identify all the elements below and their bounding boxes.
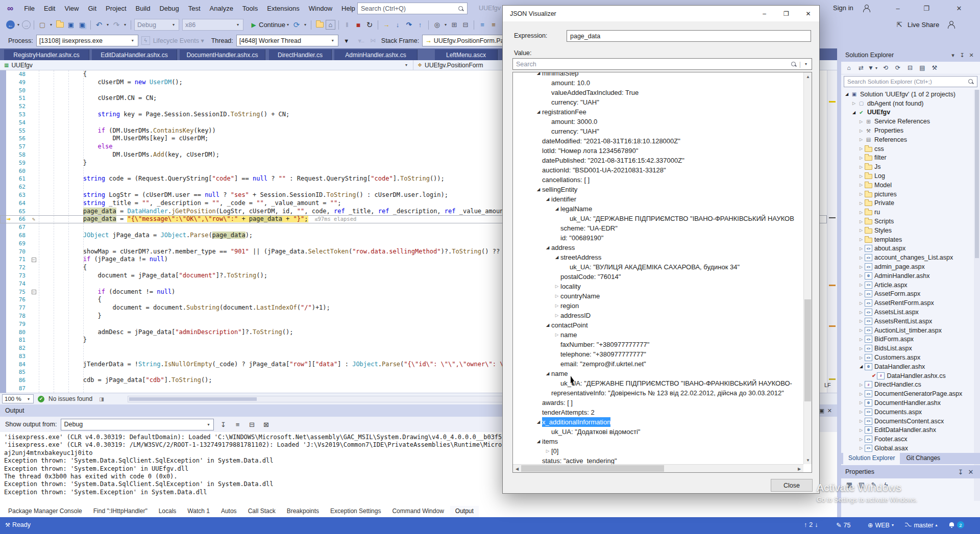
- collapsed-icon[interactable]: ▷: [857, 201, 865, 206]
- solution-tree-item[interactable]: ▷<>about.aspx: [841, 244, 974, 253]
- collapsed-icon[interactable]: ▷: [857, 228, 865, 233]
- collapsed-icon[interactable]: ▷: [857, 283, 865, 287]
- json-tree-node[interactable]: ◢streetAddress: [513, 252, 803, 262]
- json-tree-node[interactable]: representativeInfo: "Довіреність № 123 в…: [513, 388, 803, 398]
- json-tree-node[interactable]: uk_UA: "ВУЛИЦЯ АКАДЕМІКА САХАРОВА, будин…: [513, 262, 803, 272]
- collapsed-icon[interactable]: ▷: [544, 446, 551, 456]
- collapsed-icon[interactable]: ▷: [857, 137, 865, 142]
- save-all-icon[interactable]: ▣: [77, 20, 87, 30]
- live-share-icon[interactable]: ⇱: [894, 19, 904, 30]
- step-over-icon[interactable]: ↷: [404, 20, 414, 30]
- line-number[interactable]: 55: [6, 127, 29, 135]
- navigate-forward-icon[interactable]: →: [22, 20, 31, 29]
- json-tree-node[interactable]: faxNumber: "+380977777777": [513, 340, 803, 349]
- collapsed-icon[interactable]: ▷: [850, 101, 857, 106]
- editor-tab[interactable]: DocumentHandler.ashx.cs: [180, 49, 265, 60]
- collapsed-icon[interactable]: ▷: [857, 319, 865, 323]
- collapsed-icon[interactable]: ▷: [857, 146, 865, 151]
- menu-tools[interactable]: Tools: [238, 1, 262, 16]
- line-number[interactable]: 75: [6, 288, 29, 296]
- issues-label[interactable]: No issues found: [48, 395, 92, 402]
- json-tree-node[interactable]: ▷region: [513, 301, 803, 311]
- collapsed-icon[interactable]: ▷: [857, 183, 865, 187]
- output-source-dropdown[interactable]: Debug▾: [61, 419, 214, 430]
- process-dropdown[interactable]: [13108] iisexpress.exe▾: [36, 35, 138, 46]
- fold-margin[interactable]: –: [29, 288, 39, 296]
- quick-search-input[interactable]: Search (Ctrl+Q): [357, 3, 468, 14]
- line-number[interactable]: 50: [6, 87, 29, 95]
- collapsed-icon[interactable]: ▷: [857, 119, 865, 124]
- json-tree-node[interactable]: ◢name: [513, 369, 803, 378]
- solution-tree-item[interactable]: ▷<>DocumentGeneratorPage.aspx: [841, 389, 974, 398]
- line-number[interactable]: 85: [6, 368, 29, 376]
- close-icon[interactable]: ✕: [967, 50, 976, 60]
- line-number[interactable]: 57: [6, 143, 29, 151]
- restart-dropdown[interactable]: ▾: [303, 22, 308, 27]
- solution-tree-item[interactable]: ▷templates: [841, 235, 974, 244]
- expanded-icon[interactable]: ◢: [553, 204, 560, 214]
- solution-tree-item[interactable]: ◢✔UUEfgv: [841, 108, 974, 117]
- solution-tree-item[interactable]: ▷<>AuctionList_timber.aspx: [841, 326, 974, 335]
- json-tree-node[interactable]: amount: 10.0: [513, 78, 803, 88]
- editor-tab[interactable]: EditDataHandler.ashx.cs: [92, 49, 177, 60]
- solution-tree-item[interactable]: ▷<>BidsList.aspx: [841, 344, 974, 353]
- json-tree-node[interactable]: amount: 3000.0: [513, 117, 803, 126]
- redo-dropdown[interactable]: ▾: [122, 22, 128, 27]
- json-tree-node[interactable]: lotId: "Номер лота 1234567890": [513, 146, 803, 156]
- json-tree-node[interactable]: tenderAttempts: 2: [513, 408, 803, 417]
- expanded-icon[interactable]: ◢: [857, 364, 865, 369]
- solution-tree-item[interactable]: ▷filter: [841, 154, 974, 163]
- collapsed-icon[interactable]: ▷: [857, 346, 865, 351]
- json-tree-node[interactable]: ◢identifier: [513, 194, 803, 204]
- solution-tree-item[interactable]: ▷css: [841, 144, 974, 154]
- json-tree-node[interactable]: datePublished: "2021-08-31T16:15:42.3370…: [513, 156, 803, 165]
- collapsed-icon[interactable]: ▷: [857, 328, 865, 333]
- diff-margin-icon[interactable]: ◨: [96, 394, 107, 404]
- line-number[interactable]: 84: [6, 361, 29, 369]
- solution-configuration-dropdown[interactable]: Debug▾: [134, 19, 179, 31]
- collapsed-icon[interactable]: ▷: [857, 428, 865, 433]
- collapsed-icon[interactable]: ▷: [857, 446, 865, 450]
- collapsed-icon[interactable]: ▷: [857, 129, 865, 133]
- collapsed-icon[interactable]: ▷: [857, 310, 865, 315]
- line-number[interactable]: 51: [6, 94, 29, 103]
- solution-tree-item[interactable]: ◢▣Solution 'UUEfgv' (1 of 2 projects): [841, 90, 974, 99]
- solution-tree-item[interactable]: ▷<>admin_page.aspx: [841, 262, 974, 271]
- feedback-icon[interactable]: [947, 21, 955, 29]
- home-icon[interactable]: ⌂: [326, 20, 335, 30]
- json-tree-node[interactable]: ◢legalName: [513, 204, 803, 214]
- line-number[interactable]: 53: [6, 111, 29, 119]
- json-tree-node[interactable]: uk_UA: "Додаткові відомості": [513, 427, 803, 437]
- line-indent-icon[interactable]: ≡: [477, 20, 487, 30]
- json-tree-node[interactable]: uk_UA: "ДЕРЖАВНЕ ПІДПРИЄМСТВО "ІВАНО-ФРА…: [513, 378, 803, 388]
- json-tree-node[interactable]: currency: "UAH": [513, 126, 803, 136]
- line-number[interactable]: 54: [6, 119, 29, 127]
- collapsed-icon[interactable]: ▷: [857, 219, 865, 224]
- new-project-icon[interactable]: ▢: [37, 20, 47, 30]
- collapsed-icon[interactable]: ▷: [857, 156, 865, 160]
- json-tree-vertical-scrollbar[interactable]: ▲ ▼: [803, 72, 812, 464]
- breakpoints-dropdown[interactable]: ▾: [443, 22, 448, 27]
- line-number[interactable]: 72: [6, 264, 29, 272]
- line-number[interactable]: 78: [6, 312, 29, 320]
- solution-tree-item[interactable]: ▷<>DocumentsContent.ascx: [841, 417, 974, 426]
- pin-icon[interactable]: ↧: [958, 50, 967, 60]
- output-wordwrap-icon[interactable]: ≡: [232, 419, 242, 429]
- json-tree-node[interactable]: currency: "UAH": [513, 97, 803, 107]
- menu-extensions[interactable]: Extensions: [262, 1, 304, 16]
- tool-tab-find-ihttphandler-[interactable]: Find ":IHttpHandler": [88, 506, 153, 517]
- scroll-left-icon[interactable]: ◀: [513, 465, 521, 473]
- expanded-icon[interactable]: ◢: [535, 185, 542, 194]
- close-button[interactable]: Close: [771, 479, 813, 492]
- breadcrumb-project[interactable]: ▦ UUEfgv ▾: [0, 60, 413, 70]
- fold-margin[interactable]: –: [29, 256, 39, 264]
- navigate-back-icon[interactable]: ←: [6, 20, 15, 29]
- collapsed-icon[interactable]: ▷: [857, 256, 865, 260]
- solution-tree-scrollbar[interactable]: [974, 90, 980, 501]
- save-icon[interactable]: ▣: [66, 20, 76, 30]
- open-folder-icon[interactable]: [55, 20, 65, 30]
- solution-search-input[interactable]: Search Solution Explorer (Ctrl+;): [844, 76, 977, 87]
- output-toggle-icon[interactable]: ⊠: [261, 419, 271, 429]
- current-statement-icon[interactable]: →: [7, 215, 10, 223]
- output-redirect-icon[interactable]: ↧: [218, 419, 228, 429]
